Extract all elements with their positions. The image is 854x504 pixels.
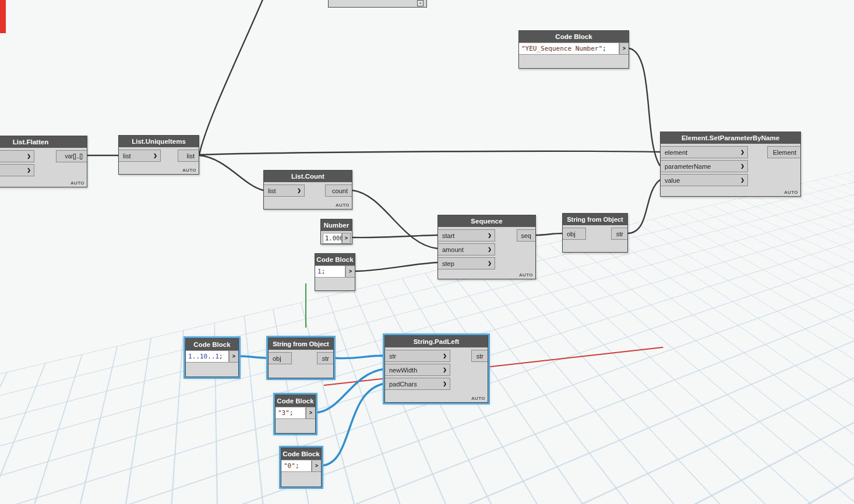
node-code-block-parameter-name[interactable]: Code Block "YEU_Sequence Number"; >: [518, 30, 629, 69]
input-port-list[interactable]: list ❯: [264, 184, 305, 197]
port-label: amount: [442, 246, 464, 253]
port-label: newWidth: [389, 367, 417, 374]
node-list-flatten[interactable]: List.Flatten list ❯ amt ❯ var[]..[] AUTO: [0, 136, 87, 187]
port-label: step: [442, 260, 454, 267]
port-chevron-icon: ❯: [153, 153, 157, 158]
input-port-obj[interactable]: obj: [563, 228, 586, 240]
port-chevron-icon: ❯: [297, 188, 301, 193]
output-port-str[interactable]: str: [471, 350, 488, 362]
code-output-port[interactable]: >: [306, 407, 315, 419]
port-label: start: [442, 232, 454, 239]
code-output-port[interactable]: >: [312, 460, 321, 472]
input-port-obj[interactable]: obj: [269, 352, 292, 364]
output-port-element[interactable]: Element: [767, 146, 800, 158]
port-chevron-icon: ❯: [27, 168, 31, 173]
code-input[interactable]: "0";: [281, 460, 312, 472]
input-port-newwidth[interactable]: newWidth ❯: [385, 364, 450, 376]
input-port-parametername[interactable]: parameterName ❯: [661, 160, 748, 172]
port-label: obj: [273, 355, 281, 362]
node-title[interactable]: Element.SetParameterByName: [661, 132, 800, 144]
output-port-count[interactable]: count: [325, 184, 352, 197]
node-string-padleft[interactable]: String.PadLeft str ❯ newWidth ❯ padChars…: [384, 335, 488, 403]
node-title[interactable]: Code Block: [281, 448, 321, 460]
port-label: str: [322, 355, 329, 362]
output-port-list[interactable]: list: [178, 150, 199, 162]
code-output-port[interactable]: >: [619, 42, 629, 55]
node-title[interactable]: List.Count: [264, 171, 352, 182]
output-port-str[interactable]: str: [611, 228, 627, 240]
node-string-from-object-2[interactable]: String from Object obj str: [268, 338, 334, 378]
port-label: Element: [773, 149, 796, 156]
node-title[interactable]: String from Object: [563, 214, 627, 225]
input-port-padchars[interactable]: padChars ❯: [385, 378, 450, 390]
node-code-block-padchars[interactable]: Code Block "0"; >: [281, 448, 322, 487]
input-port-step[interactable]: step ❯: [438, 257, 495, 269]
port-label: list: [123, 152, 130, 159]
input-port-value[interactable]: value ❯: [661, 174, 748, 186]
number-output-port[interactable]: >: [342, 233, 351, 244]
port-label: parameterName: [665, 163, 711, 170]
number-input[interactable]: 1.000: [323, 233, 342, 244]
node-element-setparameterbyname[interactable]: Element.SetParameterByName element ❯ par…: [660, 132, 801, 197]
port-chevron-icon: ❯: [443, 353, 447, 359]
node-title[interactable]: Code Block: [186, 339, 238, 350]
node-code-block-step[interactable]: Code Block 1; >: [315, 253, 355, 291]
code-input[interactable]: 1..10..1;: [186, 350, 229, 363]
input-port-list[interactable]: list ❯: [0, 150, 34, 162]
red-marker: [0, 0, 6, 33]
node-code-block-range[interactable]: Code Block 1..10..1; >: [185, 338, 239, 377]
node-sequence[interactable]: Sequence start ❯ amount ❯ step ❯ seq AUT…: [437, 215, 536, 279]
port-chevron-icon: ❯: [740, 164, 744, 169]
port-label: seq: [521, 232, 531, 239]
node-title[interactable]: Number: [321, 219, 352, 231]
background-3d-grid: [0, 0, 854, 504]
code-output-port[interactable]: >: [229, 350, 238, 363]
node-title[interactable]: String from Object: [269, 338, 333, 350]
code-input[interactable]: "3";: [276, 407, 306, 419]
port-label: value: [665, 177, 680, 184]
output-port-str[interactable]: str: [317, 352, 333, 364]
port-chevron-icon: ❯: [488, 261, 492, 266]
port-label: padChars: [389, 381, 417, 388]
node-title[interactable]: String.PadLeft: [385, 336, 488, 347]
input-port-element[interactable]: element ❯: [661, 146, 748, 158]
lacing-label: AUTO: [519, 272, 533, 278]
port-chevron-icon: ❯: [488, 247, 492, 252]
port-chevron-icon: ❯: [443, 381, 447, 386]
input-port-start[interactable]: start ❯: [438, 229, 495, 242]
output-port-seq[interactable]: seq: [517, 229, 535, 242]
input-port-amount[interactable]: amount ❯: [438, 243, 495, 255]
node-list-count[interactable]: List.Count list ❯ count AUTO: [263, 170, 352, 210]
node-title[interactable]: Code Block: [519, 31, 629, 42]
port-label: list: [187, 152, 195, 159]
grid-plane: [0, 0, 854, 504]
port-label: count: [332, 187, 348, 194]
collapse-icon[interactable]: +: [417, 0, 424, 6]
node-code-block-newwidth[interactable]: Code Block "3"; >: [275, 395, 316, 434]
code-output-port[interactable]: >: [345, 265, 355, 278]
lacing-label: AUTO: [70, 180, 84, 186]
port-label: str: [389, 353, 396, 360]
node-title[interactable]: List.UniqueItems: [119, 136, 199, 147]
node-title[interactable]: List.Flatten: [0, 136, 87, 148]
lacing-label: AUTO: [336, 203, 350, 208]
port-label: list: [268, 187, 276, 194]
input-port-str[interactable]: str ❯: [385, 350, 450, 362]
node-title[interactable]: Code Block: [315, 254, 355, 265]
lacing-label: AUTO: [784, 190, 798, 195]
input-port-amt[interactable]: amt ❯: [0, 164, 34, 176]
clipped-node-top[interactable]: +: [328, 0, 427, 8]
output-port-var[interactable]: var[]..[]: [56, 150, 87, 162]
port-label: str: [477, 353, 484, 360]
node-list-uniqueitems[interactable]: List.UniqueItems list ❯ list AUTO: [118, 135, 199, 175]
node-string-from-object-1[interactable]: String from Object obj str: [562, 213, 628, 253]
input-port-list[interactable]: list ❯: [119, 150, 161, 162]
code-input[interactable]: 1;: [315, 265, 345, 278]
code-input[interactable]: "YEU_Sequence Number";: [519, 42, 619, 55]
lacing-label: AUTO: [471, 396, 485, 401]
y-axis-line: [305, 283, 306, 328]
port-label: str: [616, 230, 623, 237]
node-number[interactable]: Number 1.000 >: [320, 219, 352, 244]
node-title[interactable]: Sequence: [438, 215, 535, 227]
node-title[interactable]: Code Block: [276, 395, 315, 407]
